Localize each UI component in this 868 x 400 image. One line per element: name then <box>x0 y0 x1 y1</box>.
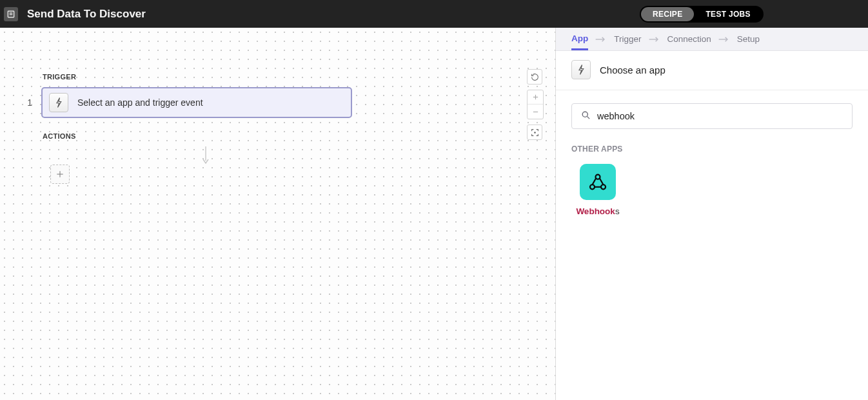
view-toggle: RECIPE TEST JOBS <box>640 6 764 23</box>
chevron-right-icon <box>595 36 607 43</box>
panel-tab-connection[interactable]: Connection <box>667 29 711 49</box>
search-wrap <box>556 90 868 132</box>
chevron-right-icon <box>648 36 661 43</box>
connector-line-icon <box>59 146 352 165</box>
other-apps-label: OTHER APPS <box>556 132 868 160</box>
zoom-in-button[interactable] <box>528 90 543 105</box>
choose-app-label: Choose an app <box>600 65 666 75</box>
step-text: Select an app and trigger event <box>77 97 203 108</box>
panel-tabs: App Trigger Connection Setup <box>556 28 868 51</box>
zoom-out-button[interactable] <box>528 105 543 119</box>
search-box[interactable] <box>571 103 853 129</box>
canvas-inner: TRIGGER 1 Select an app and trigger even… <box>26 73 352 184</box>
svg-point-16 <box>590 185 595 189</box>
search-icon <box>581 110 591 123</box>
chevron-right-icon <box>718 36 731 43</box>
search-input[interactable] <box>597 111 843 121</box>
app-tile-webhooks[interactable]: Webhooks <box>571 164 624 216</box>
side-panel: App Trigger Connection Setup Choose an a… <box>556 28 868 400</box>
page-title: Send Data To Discover <box>27 8 146 21</box>
app-grid: Webhooks <box>556 160 868 220</box>
fit-view-button[interactable] <box>527 125 542 140</box>
svg-point-17 <box>601 185 606 189</box>
main-content: TRIGGER 1 Select an app and trigger even… <box>0 28 868 400</box>
header-right: RECIPE TEST JOBS <box>640 6 859 23</box>
tab-test-jobs[interactable]: TEST JOBS <box>694 7 762 21</box>
svg-line-14 <box>587 116 589 119</box>
trigger-section-label: TRIGGER <box>43 73 352 81</box>
panel-tab-app[interactable]: App <box>571 28 588 50</box>
tab-recipe[interactable]: RECIPE <box>641 7 694 21</box>
match-text: Webhook <box>576 206 615 216</box>
app-header: Send Data To Discover RECIPE TEST JOBS <box>0 0 868 28</box>
zoom-controls <box>527 90 544 119</box>
header-left: Send Data To Discover <box>4 7 146 21</box>
svg-point-13 <box>582 112 587 117</box>
reset-view-button[interactable] <box>527 69 542 85</box>
choose-app-row: Choose an app <box>556 51 868 90</box>
recipe-icon[interactable] <box>4 7 18 21</box>
bolt-icon <box>49 93 68 112</box>
bolt-icon <box>571 60 591 79</box>
panel-tab-trigger[interactable]: Trigger <box>614 29 641 49</box>
actions-section-label: ACTIONS <box>43 132 352 140</box>
step-row: 1 Select an app and trigger event <box>26 87 352 118</box>
trigger-step-card[interactable]: Select an app and trigger event <box>41 87 352 118</box>
add-action-button[interactable] <box>50 165 70 184</box>
canvas-controls <box>527 69 544 140</box>
panel-tab-setup[interactable]: Setup <box>737 29 760 49</box>
webhooks-icon <box>580 164 616 200</box>
rest-text: s <box>615 206 620 216</box>
app-label: Webhooks <box>576 206 619 216</box>
actions-section <box>43 146 352 184</box>
recipe-canvas[interactable]: TRIGGER 1 Select an app and trigger even… <box>0 28 556 400</box>
step-number: 1 <box>26 97 32 108</box>
svg-point-9 <box>534 132 535 133</box>
